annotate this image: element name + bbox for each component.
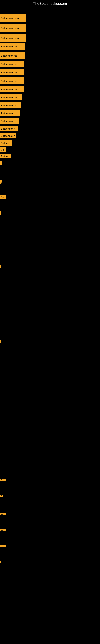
- bar-row: Bottleneck res: [0, 78, 24, 84]
- bar-label: Bottleneck resu: [0, 14, 26, 22]
- bar-row: Bottleneck r: [0, 118, 19, 124]
- bar-label: c: [0, 180, 2, 184]
- bar-row: Bottleneck r: [0, 126, 18, 131]
- bar-row: Bottleneck re: [0, 102, 21, 108]
- bar-label: Bottleneck resu: [0, 24, 26, 32]
- bar-row: Bottlen: [0, 140, 13, 146]
- bar-label: Bottleneck res: [0, 94, 22, 100]
- bar-row: Bo: [0, 195, 6, 199]
- bar-label: Bottleneck res: [0, 43, 25, 50]
- bar-label: Bottleneck r: [0, 110, 20, 116]
- bar-label: Bottleneck r: [0, 133, 16, 138]
- bar-row: Bottleneck res: [0, 60, 24, 67]
- bar-row: [0, 458, 1, 460]
- bar-row: [0, 440, 1, 443]
- bar-label: Bottleneck res: [0, 60, 24, 67]
- bar-label: Bottle: [0, 154, 11, 158]
- bar-label: Bo: [0, 478, 6, 480]
- bar-row: [0, 265, 1, 268]
- bar-row: Bottleneck r: [0, 110, 20, 116]
- bar-label: Bottleneck res: [0, 52, 25, 59]
- bar-label: Bottleneck resu: [0, 34, 26, 42]
- bar-label: Bo: [0, 147, 6, 152]
- bar-row: Bottleneck resu: [0, 34, 26, 42]
- bar-label: Bottleneck r: [0, 118, 19, 124]
- bar-row: Bot: [0, 545, 7, 547]
- bar-row: Bottle: [0, 154, 11, 158]
- bar-label: Bottleneck res: [0, 69, 24, 76]
- bar-row: [0, 322, 1, 324]
- bar-row: Bottleneck res: [0, 52, 25, 59]
- bar-row: Bottleneck res: [0, 94, 23, 100]
- bar-row: c: [0, 180, 2, 184]
- bar-row: [0, 173, 1, 177]
- bar-row: B: [0, 495, 3, 497]
- bar-row: [0, 420, 1, 422]
- bar-row: Bottleneck r: [0, 133, 17, 138]
- bar-label: Bottlen: [0, 140, 12, 146]
- bar-row: Bo: [0, 529, 6, 531]
- bar-label: Bo: [0, 529, 6, 531]
- bar-label: Bottleneck r: [0, 126, 18, 131]
- bar-label: Bot: [0, 545, 6, 547]
- bar-row: Bottleneck resu: [0, 24, 26, 32]
- bar-label: Bo: [0, 195, 6, 199]
- bar-label: B: [0, 495, 3, 497]
- bar-row: [0, 285, 1, 288]
- bar-row: [0, 302, 1, 305]
- bar-label: Bottleneck res: [0, 78, 24, 84]
- bar-label: |: [0, 160, 1, 164]
- bar-label: Bottleneck re: [0, 102, 21, 108]
- bar-label: Bottleneck res: [0, 86, 24, 92]
- bar-row: Bo: [0, 513, 6, 515]
- bar-row: [0, 247, 1, 251]
- bar-row: [0, 229, 1, 233]
- bar-row: Bo: [0, 147, 6, 152]
- bar-row: Bo: [0, 478, 6, 480]
- bar-row: [0, 380, 1, 383]
- bar-row: [0, 211, 1, 215]
- bar-row: Bottleneck res: [0, 86, 24, 92]
- bar-row: |: [0, 160, 1, 164]
- bar-row: Bottleneck resu: [0, 14, 26, 22]
- site-title: TheBottlenecker.com: [0, 0, 100, 7]
- bar-row: Bottleneck res: [0, 43, 25, 50]
- bar-label: Bo: [0, 513, 6, 515]
- bar-row: [0, 360, 1, 363]
- bar-row: Bottleneck res: [0, 69, 24, 76]
- bar-row: [0, 561, 1, 563]
- bar-row: [0, 340, 1, 342]
- bar-row: [0, 400, 1, 402]
